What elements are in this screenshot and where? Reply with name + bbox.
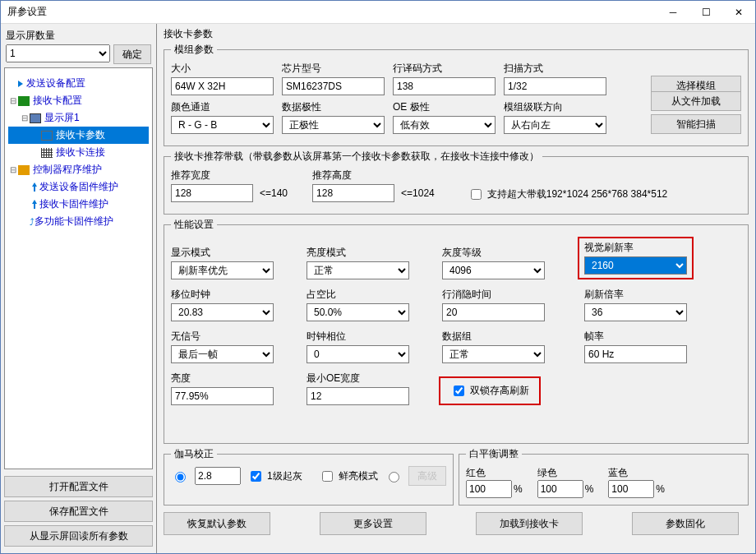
rec-h-input[interactable] (312, 184, 394, 202)
shift-select[interactable]: 20.83 (171, 303, 274, 321)
scan-label: 扫描方式 (504, 62, 606, 76)
chip-label: 芯片型号 (282, 62, 385, 76)
restore-default-button[interactable]: 恢复默认参数 (164, 512, 270, 535)
rec-w-max: <=140 (260, 187, 288, 199)
open-config-button[interactable]: 打开配置文件 (4, 476, 153, 497)
adv-radio[interactable] (385, 469, 402, 482)
disp-mode-label: 显示模式 (171, 246, 274, 260)
smart-scan-button[interactable]: 智能扫描 (651, 114, 741, 134)
edit-icon (41, 131, 53, 141)
tree-multi-fw[interactable]: ⤴多功能卡固件维护 (8, 213, 149, 230)
mult-select[interactable]: 36 (584, 303, 687, 321)
gamma-input[interactable] (195, 467, 241, 485)
nosig-select[interactable]: 最后一帧 (171, 345, 274, 363)
oe-label: OE 极性 (393, 100, 496, 114)
chip-field (282, 77, 385, 95)
screen-count-label: 显示屏数量 (6, 29, 151, 43)
minimize-button[interactable]: ─ (657, 1, 689, 24)
group-select[interactable]: 正常 (442, 345, 545, 363)
rec-h-label: 推荐高度 (312, 169, 435, 182)
one-level-checkbox[interactable]: 1级起灰 (247, 469, 302, 484)
screen-count-select[interactable]: 1 (6, 44, 110, 62)
bright-mode-select[interactable]: 正常 (307, 261, 409, 279)
blank-input[interactable] (442, 303, 545, 321)
tree-recv-conn[interactable]: 接收卡连接 (8, 144, 149, 161)
load-to-card-button[interactable]: 加载到接收卡 (476, 512, 583, 535)
datapol-select[interactable]: 正极性 (282, 116, 385, 134)
close-button[interactable]: ✕ (722, 1, 755, 24)
rec-h-max: <=1024 (401, 187, 435, 199)
wb-r-input[interactable] (466, 480, 512, 498)
minoe-label: 最小OE宽度 (307, 372, 409, 385)
duty-select[interactable]: 50.0% (307, 303, 409, 321)
refresh-select[interactable]: 2160 (584, 256, 687, 275)
gamma-radio[interactable] (171, 469, 188, 482)
mult-label: 刷新倍率 (584, 288, 687, 302)
confirm-button[interactable]: 确定 (113, 44, 151, 64)
cascade-select[interactable]: 从右向左 (504, 116, 606, 134)
wb-legend: 白平衡调整 (466, 447, 522, 461)
module-legend: 模组参数 (171, 43, 217, 57)
tree-recv-params[interactable]: 接收卡参数 (8, 127, 149, 144)
main-title: 接收卡参数 (164, 27, 749, 41)
arrow-icon (18, 81, 23, 87)
color-label: 颜色通道 (171, 100, 274, 114)
phase-label: 时钟相位 (307, 330, 409, 344)
upload-icon (30, 182, 39, 192)
big-load-checkbox[interactable]: 支持超大带载192*1024 256*768 384*512 (468, 187, 667, 202)
disp-mode-select[interactable]: 刷新率优先 (171, 261, 274, 279)
more-settings-button[interactable]: 更多设置 (320, 512, 426, 535)
param-fix-button[interactable]: 参数固化 (632, 512, 739, 535)
perf-legend: 性能设置 (171, 218, 217, 232)
duty-label: 占空比 (307, 288, 409, 302)
nav-tree: 发送设备配置 ⊟接收卡配置 ⊟显示屏1 接收卡参数 接收卡连接 ⊟控制器程序维护… (4, 67, 153, 469)
wb-b-input[interactable] (608, 480, 654, 498)
color-select[interactable]: R - G - B (171, 116, 274, 134)
grid-icon (41, 148, 53, 158)
titlebar: 屏参设置 ─ ☐ ✕ (1, 1, 755, 24)
gray-select[interactable]: 4096 (442, 261, 545, 279)
blank-label: 行消隐时间 (442, 288, 545, 302)
refresh-label: 视觉刷新率 (584, 241, 687, 255)
lum-label: 亮度 (171, 372, 274, 385)
window-title: 屏参设置 (7, 5, 657, 19)
save-config-button[interactable]: 保存配置文件 (4, 501, 153, 522)
oe-select[interactable]: 低有效 (393, 116, 496, 134)
wb-r-label: 红色 (466, 466, 486, 480)
fps-label: 帧率 (584, 330, 687, 344)
rec-legend: 接收卡推荐带载（带载参数从该屏幕第一个接收卡参数获取，在接收卡连接中修改） (171, 150, 542, 164)
read-all-button[interactable]: 从显示屏回读所有参数 (4, 525, 153, 547)
vivid-checkbox[interactable]: 鲜亮模式 (319, 469, 378, 484)
wb-b-label: 蓝色 (608, 466, 628, 480)
tree-controller-maint[interactable]: ⊟控制器程序维护 (8, 161, 149, 178)
wb-g-label: 绿色 (537, 466, 557, 480)
maximize-button[interactable]: ☐ (689, 1, 722, 24)
gamma-group: 伽马校正 1级起灰 鲜亮模式 高级 (164, 447, 454, 506)
gamma-legend: 伽马校正 (171, 447, 217, 461)
tree-send-fw[interactable]: 发送设备固件维护 (8, 178, 149, 196)
nosig-label: 无信号 (171, 330, 274, 344)
fps-field (584, 345, 687, 363)
tree-recv-fw[interactable]: 接收卡固件维护 (8, 196, 149, 213)
group-label: 数据组 (442, 330, 545, 344)
decode-label: 行译码方式 (393, 62, 496, 76)
wb-g-input[interactable] (537, 480, 583, 498)
performance-group: 性能设置 显示模式刷新率优先 亮度模式正常 灰度等级4096 视觉刷新率2160… (164, 218, 749, 444)
phase-select[interactable]: 0 (307, 345, 409, 363)
tree-screen1[interactable]: ⊟显示屏1 (8, 109, 149, 127)
recommended-load-group: 接收卡推荐带载（带载参数从该屏幕第一个接收卡参数获取，在接收卡连接中修改） 推荐… (164, 150, 749, 215)
white-balance-group: 白平衡调整 红色% 绿色% 蓝色% (459, 447, 749, 506)
minoe-field (307, 387, 409, 405)
card-icon (18, 96, 30, 106)
tree-recv-config[interactable]: ⊟接收卡配置 (8, 92, 149, 109)
double-latch-checkbox[interactable]: 双锁存高刷新 (450, 383, 529, 399)
gray-label: 灰度等级 (442, 246, 545, 260)
decode-field (393, 77, 496, 95)
size-field (171, 77, 274, 95)
rec-w-input[interactable] (171, 184, 253, 202)
tree-send-config[interactable]: 发送设备配置 (8, 75, 149, 92)
datapol-label: 数据极性 (282, 100, 385, 114)
scan-field (504, 77, 606, 95)
load-from-file-button[interactable]: 从文件加载 (651, 91, 741, 111)
main-panel: 接收卡参数 模组参数 大小 芯片型号 行译码方式 扫描方式 选择模组 颜色通道R… (157, 24, 755, 553)
